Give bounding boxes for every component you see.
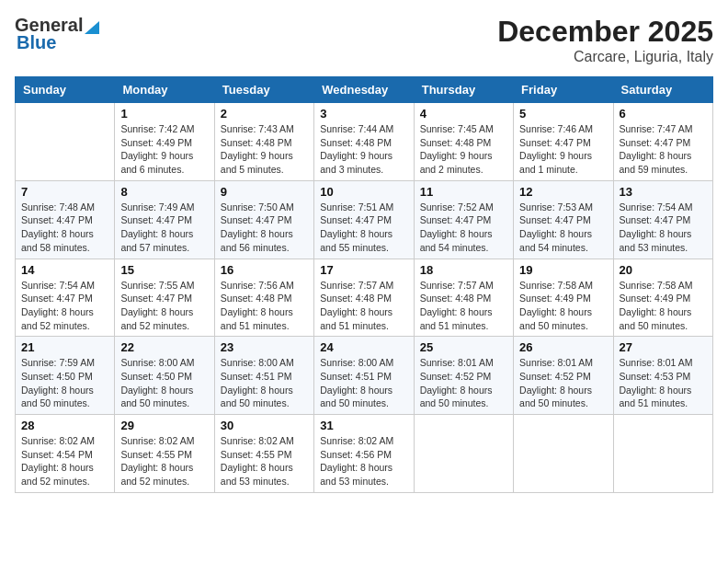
day-info: Sunrise: 7:48 AMSunset: 4:47 PMDaylight:… — [21, 201, 108, 255]
calendar-week-row: 1Sunrise: 7:42 AMSunset: 4:49 PMDaylight… — [16, 103, 713, 181]
day-info: Sunrise: 7:47 AMSunset: 4:47 PMDaylight:… — [620, 122, 707, 177]
calendar-cell — [414, 415, 513, 493]
calendar-cell: 13Sunrise: 7:54 AMSunset: 4:47 PMDayligh… — [613, 180, 712, 259]
calendar-cell: 25Sunrise: 8:01 AMSunset: 4:52 PMDayligh… — [414, 337, 513, 415]
logo-blue-text: Blue — [15, 32, 56, 53]
calendar-cell: 11Sunrise: 7:52 AMSunset: 4:47 PMDayligh… — [414, 180, 513, 259]
calendar-cell: 20Sunrise: 7:58 AMSunset: 4:49 PMDayligh… — [613, 259, 712, 337]
calendar-cell: 15Sunrise: 7:55 AMSunset: 4:47 PMDayligh… — [115, 259, 214, 337]
day-number: 11 — [420, 185, 507, 199]
calendar-cell: 24Sunrise: 8:00 AMSunset: 4:51 PMDayligh… — [314, 337, 414, 415]
day-info: Sunrise: 7:43 AMSunset: 4:48 PMDaylight:… — [221, 122, 308, 177]
day-info: Sunrise: 7:58 AMSunset: 4:49 PMDaylight:… — [519, 279, 607, 333]
calendar-week-row: 7Sunrise: 7:48 AMSunset: 4:47 PMDaylight… — [16, 180, 713, 259]
day-info: Sunrise: 7:59 AMSunset: 4:50 PMDaylight:… — [21, 356, 108, 410]
day-info: Sunrise: 7:55 AMSunset: 4:47 PMDaylight:… — [120, 279, 208, 333]
logo-arrow-icon — [85, 17, 99, 34]
month-title: December 2025 — [497, 15, 713, 49]
day-number: 28 — [21, 419, 108, 432]
day-number: 3 — [320, 107, 407, 121]
day-number: 26 — [519, 340, 607, 354]
day-info: Sunrise: 7:51 AMSunset: 4:47 PMDaylight:… — [320, 201, 407, 255]
calendar-cell: 3Sunrise: 7:44 AMSunset: 4:48 PMDaylight… — [314, 103, 414, 181]
day-number: 1 — [120, 107, 208, 121]
day-info: Sunrise: 8:02 AMSunset: 4:55 PMDaylight:… — [120, 434, 208, 488]
calendar-cell: 21Sunrise: 7:59 AMSunset: 4:50 PMDayligh… — [16, 337, 115, 415]
day-number: 22 — [120, 340, 208, 354]
calendar-cell: 8Sunrise: 7:49 AMSunset: 4:47 PMDaylight… — [115, 180, 214, 259]
day-number: 25 — [420, 340, 507, 354]
day-number: 23 — [221, 340, 308, 354]
calendar-cell: 28Sunrise: 8:02 AMSunset: 4:54 PMDayligh… — [16, 415, 115, 493]
calendar-cell: 9Sunrise: 7:50 AMSunset: 4:47 PMDaylight… — [214, 180, 313, 259]
day-info: Sunrise: 8:02 AMSunset: 4:54 PMDaylight:… — [21, 434, 108, 488]
calendar-cell: 5Sunrise: 7:46 AMSunset: 4:47 PMDaylight… — [514, 103, 613, 181]
day-info: Sunrise: 8:00 AMSunset: 4:51 PMDaylight:… — [320, 356, 407, 410]
day-number: 19 — [519, 263, 607, 277]
page-header: General Blue December 2025 Carcare, Ligu… — [15, 15, 713, 65]
day-info: Sunrise: 7:44 AMSunset: 4:48 PMDaylight:… — [320, 122, 407, 177]
day-number: 16 — [221, 263, 308, 277]
day-number: 6 — [620, 107, 707, 121]
day-number: 9 — [221, 185, 308, 199]
day-info: Sunrise: 7:45 AMSunset: 4:48 PMDaylight:… — [420, 122, 507, 177]
calendar-header-row: SundayMondayTuesdayWednesdayThursdayFrid… — [16, 77, 713, 103]
calendar-cell: 12Sunrise: 7:53 AMSunset: 4:47 PMDayligh… — [514, 180, 613, 259]
day-number: 17 — [320, 263, 407, 277]
day-info: Sunrise: 7:54 AMSunset: 4:47 PMDaylight:… — [620, 201, 707, 255]
calendar-cell: 10Sunrise: 7:51 AMSunset: 4:47 PMDayligh… — [314, 180, 414, 259]
day-info: Sunrise: 8:00 AMSunset: 4:50 PMDaylight:… — [120, 356, 208, 410]
calendar-cell: 6Sunrise: 7:47 AMSunset: 4:47 PMDaylight… — [613, 103, 712, 181]
day-number: 5 — [519, 107, 607, 121]
calendar-cell — [613, 415, 712, 493]
calendar-week-row: 14Sunrise: 7:54 AMSunset: 4:47 PMDayligh… — [16, 259, 713, 337]
day-info: Sunrise: 7:57 AMSunset: 4:48 PMDaylight:… — [420, 279, 507, 333]
calendar-cell: 31Sunrise: 8:02 AMSunset: 4:56 PMDayligh… — [314, 415, 414, 493]
day-number: 30 — [221, 419, 308, 432]
header-wednesday: Wednesday — [314, 77, 414, 103]
calendar-cell: 19Sunrise: 7:58 AMSunset: 4:49 PMDayligh… — [514, 259, 613, 337]
day-number: 10 — [320, 185, 407, 199]
calendar-cell: 18Sunrise: 7:57 AMSunset: 4:48 PMDayligh… — [414, 259, 513, 337]
calendar-cell: 22Sunrise: 8:00 AMSunset: 4:50 PMDayligh… — [115, 337, 214, 415]
day-number: 4 — [420, 107, 507, 121]
day-info: Sunrise: 7:52 AMSunset: 4:47 PMDaylight:… — [420, 201, 507, 255]
header-tuesday: Tuesday — [214, 77, 313, 103]
day-info: Sunrise: 7:50 AMSunset: 4:47 PMDaylight:… — [221, 201, 308, 255]
day-number: 12 — [519, 185, 607, 199]
day-number: 14 — [21, 263, 108, 277]
day-info: Sunrise: 8:01 AMSunset: 4:52 PMDaylight:… — [420, 356, 507, 410]
calendar-cell: 30Sunrise: 8:02 AMSunset: 4:55 PMDayligh… — [214, 415, 313, 493]
calendar-cell — [16, 103, 115, 181]
calendar-cell: 4Sunrise: 7:45 AMSunset: 4:48 PMDaylight… — [414, 103, 513, 181]
day-number: 18 — [420, 263, 507, 277]
calendar-cell: 7Sunrise: 7:48 AMSunset: 4:47 PMDaylight… — [16, 180, 115, 259]
title-block: December 2025 Carcare, Liguria, Italy — [497, 15, 713, 65]
calendar-cell: 16Sunrise: 7:56 AMSunset: 4:48 PMDayligh… — [214, 259, 313, 337]
day-info: Sunrise: 8:00 AMSunset: 4:51 PMDaylight:… — [221, 356, 308, 410]
calendar-table: SundayMondayTuesdayWednesdayThursdayFrid… — [15, 76, 713, 493]
day-number: 29 — [120, 419, 208, 432]
day-info: Sunrise: 7:53 AMSunset: 4:47 PMDaylight:… — [519, 201, 607, 255]
day-number: 13 — [620, 185, 707, 199]
day-info: Sunrise: 8:02 AMSunset: 4:55 PMDaylight:… — [221, 434, 308, 488]
header-sunday: Sunday — [16, 77, 115, 103]
day-number: 8 — [120, 185, 208, 199]
day-info: Sunrise: 8:01 AMSunset: 4:53 PMDaylight:… — [620, 356, 707, 410]
day-number: 7 — [21, 185, 108, 199]
day-info: Sunrise: 7:54 AMSunset: 4:47 PMDaylight:… — [21, 279, 108, 333]
calendar-cell: 17Sunrise: 7:57 AMSunset: 4:48 PMDayligh… — [314, 259, 414, 337]
header-thursday: Thursday — [414, 77, 513, 103]
day-info: Sunrise: 7:58 AMSunset: 4:49 PMDaylight:… — [620, 279, 707, 333]
calendar-cell: 27Sunrise: 8:01 AMSunset: 4:53 PMDayligh… — [613, 337, 712, 415]
logo: General Blue — [15, 15, 99, 53]
header-saturday: Saturday — [613, 77, 712, 103]
day-number: 20 — [620, 263, 707, 277]
day-number: 31 — [320, 419, 407, 432]
day-info: Sunrise: 7:42 AMSunset: 4:49 PMDaylight:… — [120, 122, 208, 177]
day-number: 21 — [21, 340, 108, 354]
day-info: Sunrise: 8:01 AMSunset: 4:52 PMDaylight:… — [519, 356, 607, 410]
svg-marker-0 — [85, 21, 99, 34]
day-number: 27 — [620, 340, 707, 354]
calendar-cell — [514, 415, 613, 493]
